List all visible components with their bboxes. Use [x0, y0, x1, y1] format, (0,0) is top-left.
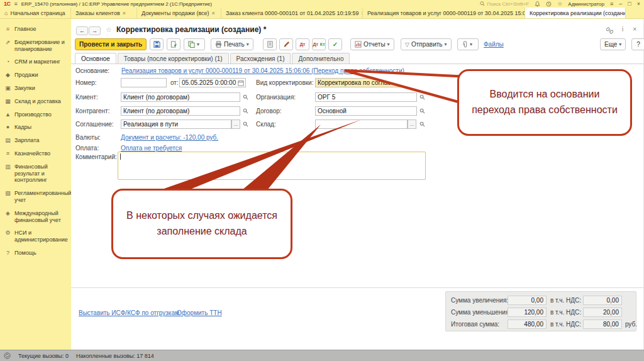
- post-and-close-button[interactable]: Провести и закрыть: [75, 38, 147, 50]
- tab-osnovnoe[interactable]: Основное: [75, 53, 116, 64]
- main-menu-icon[interactable]: ≡: [14, 1, 18, 7]
- sidebar-item-production[interactable]: ▲Производство: [0, 108, 71, 121]
- nav-back-button[interactable]: ←: [76, 26, 88, 35]
- isf-ksf-link[interactable]: Выставить ИСФ/КСФ по отгрузкам: [79, 309, 179, 316]
- totals-panel: Сумма увеличения: 0,00 в т.ч. НДС: 0,00 …: [445, 291, 636, 331]
- section-sidebar: ≡Главное ⇗Бюджетирование и планирование …: [0, 19, 71, 350]
- sidebar-item-purchasing[interactable]: ▣Закупки: [0, 82, 71, 95]
- tab-tovary-posle-korrektirovki[interactable]: Товары (после корректировки) (1): [118, 53, 229, 64]
- sidebar-item-sales[interactable]: ◆Продажи: [0, 69, 71, 82]
- tab-sales-119[interactable]: Реализация товаров и услуг 0000-000119 о…: [363, 8, 525, 18]
- sum-total-label: Итоговая сумма:: [451, 321, 508, 328]
- sklad-open-icon[interactable]: [418, 119, 426, 129]
- get-link-icon[interactable]: [606, 27, 613, 34]
- tab-customer-order-101[interactable]: Заказ клиента 0000-000101 от 01.04.2025 …: [221, 8, 363, 18]
- sklad-choose-button[interactable]: ...: [408, 119, 416, 129]
- global-search[interactable]: Поиск Ctrl+Shift+F: [480, 1, 529, 7]
- sidebar-item-help[interactable]: ?Помощь: [0, 247, 71, 260]
- nds-label: в т.ч. НДС:: [550, 297, 583, 304]
- reports-button[interactable]: Отчеты ▾: [350, 38, 394, 50]
- valuty-link[interactable]: Документ и расчеты: -120,00 руб.: [121, 134, 218, 141]
- sidebar-item-regulated-accounting[interactable]: ▧Регламентированный учет: [0, 187, 71, 207]
- kontragent-input[interactable]: Клиент (по договорам): [121, 106, 240, 116]
- tab-home[interactable]: ⌂ Начальная страница: [0, 8, 71, 18]
- dt-kt-button[interactable]: ДтКт: [312, 38, 326, 50]
- comment-textarea[interactable]: [118, 152, 426, 180]
- oplata-link[interactable]: Оплата не требуется: [121, 145, 182, 152]
- calendar-icon[interactable]: [238, 80, 244, 86]
- tab-raskhozhdeniya[interactable]: Расхождения (1): [230, 53, 291, 64]
- tab-customer-orders[interactable]: Заказы клиентов ×: [71, 8, 137, 18]
- minimize-button[interactable]: –: [619, 1, 622, 7]
- tab-dopolnitelno[interactable]: Дополнительно: [292, 53, 350, 64]
- window-tabbar: ⌂ Начальная страница Заказы клиентов × Д…: [0, 8, 644, 19]
- save-button[interactable]: [150, 38, 164, 50]
- crm-icon: ◔: [4, 58, 11, 65]
- klient-input[interactable]: Клиент (по договорам): [121, 92, 240, 102]
- sklad-input[interactable]: [315, 119, 408, 129]
- print-button[interactable]: Печать ▾: [211, 38, 253, 50]
- sidebar-item-payroll[interactable]: ▤Зарплата: [0, 134, 71, 147]
- sidebar-item-treasury[interactable]: ¤Казначейство: [0, 147, 71, 160]
- window-title: ERP_15470 (эталонная) / 1С:ERP Управлени…: [21, 1, 212, 7]
- info-icon[interactable]: i: [622, 26, 623, 33]
- tab-sales-documents[interactable]: Документы продажи (все) ×: [137, 8, 221, 18]
- sidebar-item-warehouse[interactable]: ▦Склад и доставка: [0, 95, 71, 108]
- post-document-button[interactable]: [167, 38, 180, 50]
- klient-value: Клиент (по договорам): [123, 94, 189, 101]
- organizatsiya-input[interactable]: ОРГ 5: [315, 92, 417, 102]
- tab-correction-active[interactable]: Корректировка реализации (создание) * ×: [525, 8, 626, 18]
- nomer-input[interactable]: [121, 78, 167, 87]
- edit-pen-button[interactable]: [279, 38, 293, 50]
- sum-increase-nds: 0,00: [583, 296, 622, 305]
- dogovor-input[interactable]: Основной: [315, 106, 417, 116]
- sidebar-item-crm[interactable]: ◔CRM и маркетинг: [0, 55, 71, 69]
- reports-icon: [355, 41, 362, 48]
- sidebar-item-label: НСИ и администрирование: [14, 230, 69, 243]
- dt-movements-button[interactable]: Дт: [296, 38, 309, 50]
- maximize-button[interactable]: □: [628, 1, 631, 7]
- close-tab-icon[interactable]: ×: [212, 10, 215, 16]
- close-tab-icon[interactable]: ×: [123, 10, 126, 16]
- send-button[interactable]: ▽ Отправить ▾: [401, 38, 452, 50]
- dogovor-value: Основной: [318, 108, 347, 114]
- soglashenie-choose-button[interactable]: ...: [231, 119, 240, 129]
- sidebar-item-hr[interactable]: ●Кадры: [0, 121, 71, 134]
- sidebar-item-financial-result[interactable]: ▥Финансовый результат и контроллинг: [0, 160, 71, 187]
- register-list-icon: [267, 41, 274, 48]
- check-button[interactable]: ✓: [328, 38, 342, 50]
- favorite-star-icon[interactable]: ☆: [106, 26, 112, 34]
- document-register-button[interactable]: [263, 38, 277, 50]
- service-menu-icon[interactable]: ≡: [610, 1, 613, 7]
- vid-korrektirovki-select[interactable]: Корректировка по согласованию сторон: [315, 78, 417, 87]
- 1c-logo: 1С: [4, 1, 11, 7]
- sidebar-item-nsi-admin[interactable]: ⚙НСИ и администрирование: [0, 226, 71, 247]
- sidebar-item-budgeting[interactable]: ⇗Бюджетирование и планирование: [0, 36, 71, 56]
- files-link[interactable]: Файлы: [484, 41, 504, 48]
- kontragent-open-icon[interactable]: [242, 106, 250, 116]
- notifications-bell-icon[interactable]: [535, 1, 540, 7]
- close-window-button[interactable]: ×: [637, 1, 640, 7]
- organizatsiya-open-icon[interactable]: [418, 92, 426, 102]
- date-input[interactable]: 05.05.2025 0:00:00: [179, 78, 246, 87]
- regulated-accounting-icon: ▧: [4, 190, 11, 204]
- attachments-button[interactable]: ▾: [457, 38, 479, 50]
- more-button[interactable]: Еще ▾: [600, 38, 626, 50]
- help-button[interactable]: ?: [631, 38, 644, 50]
- nav-forward-button[interactable]: →: [89, 26, 101, 35]
- create-based-on-button[interactable]: ▾: [184, 38, 205, 50]
- ttn-link[interactable]: Оформить ТТН: [177, 309, 222, 316]
- sidebar-item-main[interactable]: ≡Главное: [0, 23, 71, 36]
- osnovanie-link[interactable]: Реализация товаров и услуг 0000-000119 о…: [121, 67, 404, 74]
- soglashenie-input[interactable]: Реализация в пути: [121, 119, 231, 129]
- klient-open-icon[interactable]: [242, 92, 250, 102]
- close-form-icon[interactable]: ×: [633, 25, 636, 33]
- soglashenie-open-icon[interactable]: [242, 119, 250, 129]
- tab-label: Документы продажи (все): [142, 10, 209, 16]
- current-user[interactable]: Администратор: [568, 1, 604, 7]
- history-clock-icon[interactable]: [546, 1, 552, 7]
- vid-dropdown-button[interactable]: ▾: [416, 78, 425, 87]
- dogovor-open-icon[interactable]: [418, 106, 426, 116]
- sidebar-item-ifrs[interactable]: ◈Международный финансовый учет: [0, 207, 71, 227]
- favorites-star-icon[interactable]: ☆: [557, 1, 562, 7]
